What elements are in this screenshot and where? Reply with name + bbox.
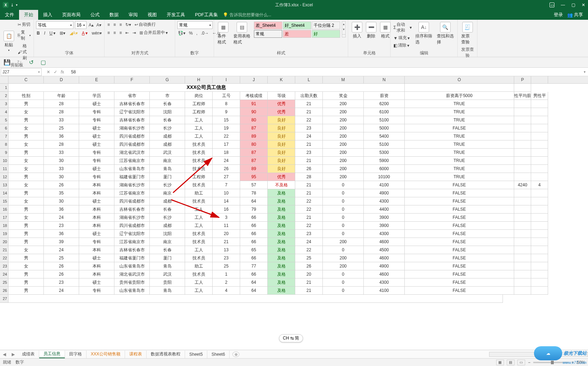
cell[interactable] [531, 262, 548, 270]
ribbon-display-icon[interactable]: ▭ [550, 2, 554, 7]
cell[interactable]: 专科 [79, 287, 114, 295]
cut-button[interactable]: ✂剪切 [17, 21, 31, 28]
tab-view[interactable]: 视图 [143, 10, 162, 20]
cell[interactable]: 4300 [364, 278, 405, 287]
cell[interactable]: FALSE [405, 270, 514, 278]
cell[interactable]: 及格 [268, 222, 295, 230]
cell[interactable]: 长春 [150, 100, 185, 108]
cell[interactable]: 21 [213, 238, 240, 246]
cell[interactable] [514, 270, 531, 278]
cell[interactable]: 200 [323, 262, 364, 270]
cell[interactable] [514, 100, 531, 108]
cell[interactable]: 90 [240, 108, 268, 116]
cell[interactable] [531, 246, 548, 254]
cell[interactable]: 男 [8, 205, 44, 214]
cell[interactable] [531, 116, 548, 124]
row-header[interactable]: 26 [0, 287, 8, 295]
cell[interactable]: 女 [8, 165, 44, 173]
cell[interactable]: FALSE [405, 222, 514, 230]
cell[interactable]: 武汉 [150, 149, 185, 157]
cell[interactable]: TRUE [405, 140, 514, 149]
cell[interactable]: FALSE [405, 278, 514, 287]
row-header[interactable]: 4 [0, 108, 8, 116]
cell[interactable]: FALSE [405, 262, 514, 270]
align-right-icon[interactable]: ≡ [119, 30, 123, 36]
col-header[interactable]: F [114, 76, 150, 83]
cell[interactable]: 女 [8, 108, 44, 116]
tab-review[interactable]: 审阅 [124, 10, 143, 20]
login-button[interactable]: 登录 [554, 12, 563, 18]
cell[interactable]: 学历 [79, 92, 114, 100]
col-header[interactable]: K [268, 76, 295, 83]
cell[interactable]: 21 [295, 214, 323, 222]
cell[interactable]: 辽宁省沈阳市 [114, 230, 150, 238]
cell[interactable]: 良好 [268, 149, 295, 157]
cell[interactable]: 4400 [364, 205, 405, 214]
cell[interactable]: 技术员 [185, 157, 213, 165]
cell[interactable]: 及格 [268, 238, 295, 246]
cell[interactable]: 南京 [150, 157, 185, 165]
cell[interactable]: FALSE [405, 230, 514, 238]
cell[interactable]: 优秀 [268, 108, 295, 116]
cell[interactable]: 25 [44, 124, 79, 132]
cell[interactable]: 吉林省长春市 [114, 116, 150, 124]
cell[interactable]: 及格 [268, 230, 295, 238]
sheet-title[interactable]: XXX公司员工信息 [8, 84, 405, 92]
cell[interactable]: 26 [44, 270, 79, 278]
cell[interactable]: 5100 [364, 140, 405, 149]
paste-button[interactable]: 📋粘贴▾ [2, 30, 16, 53]
fill-color-button[interactable]: ◢A▾ [69, 30, 78, 36]
cell[interactable]: 57 [240, 181, 268, 189]
cell[interactable]: 87 [240, 149, 268, 157]
cell[interactable]: 男性平 [531, 92, 548, 100]
select-all[interactable] [0, 76, 8, 83]
cell[interactable]: 0 [323, 278, 364, 287]
cell[interactable]: 21 [295, 140, 323, 149]
style-good-sheet4[interactable]: 好_Sheet4 [283, 22, 311, 29]
cell[interactable]: TRUE [405, 100, 514, 108]
cell[interactable] [514, 165, 531, 173]
cell[interactable]: 24 [295, 238, 323, 246]
cell[interactable]: 200 [323, 124, 364, 132]
cell[interactable]: 厦门 [150, 254, 185, 262]
cell[interactable]: 沈阳 [150, 108, 185, 116]
autosave-icon[interactable]: ⤓ [11, 3, 14, 7]
cell[interactable]: 贵州省贵阳市 [114, 278, 150, 287]
cell[interactable]: 64 [240, 278, 268, 287]
cell[interactable]: TRUE [405, 108, 514, 116]
cell[interactable] [514, 108, 531, 116]
delete-cells-button[interactable]: ➖删除 [364, 21, 378, 49]
cell[interactable]: 工人 [185, 287, 213, 295]
cell[interactable]: FALSE [405, 238, 514, 246]
tab-data[interactable]: 数据 [105, 10, 124, 20]
col-header[interactable]: E [79, 76, 114, 83]
cell[interactable] [514, 246, 531, 254]
cell[interactable]: 22 [295, 197, 323, 205]
cell[interactable]: 及格 [268, 270, 295, 278]
cond-format-button[interactable]: ▦条件格式 [216, 21, 231, 49]
cell[interactable]: 男 [8, 222, 44, 230]
cell[interactable]: 助工 [185, 189, 213, 197]
cell[interactable] [531, 214, 548, 222]
cell[interactable]: FALSE [405, 254, 514, 262]
cell[interactable]: 女 [8, 124, 44, 132]
cell[interactable]: 吉林省长春市 [114, 205, 150, 214]
cell[interactable]: 26 [213, 165, 240, 173]
cell[interactable]: 工人 [185, 132, 213, 140]
row-header[interactable]: 2 [0, 92, 8, 100]
sheet-tab[interactable]: 课程表 [125, 350, 147, 358]
cell[interactable]: 专科 [79, 149, 114, 157]
cell[interactable]: FALSE [405, 246, 514, 254]
copy-button[interactable]: ⎘复制▾ [17, 29, 31, 42]
cell[interactable]: 27 [213, 173, 240, 181]
cell[interactable]: 14 [213, 197, 240, 205]
cell[interactable]: 26 [295, 165, 323, 173]
cell[interactable]: TRUE [405, 157, 514, 165]
col-header[interactable]: G [150, 76, 185, 83]
cell[interactable]: 95 [240, 173, 268, 181]
sheet-nav-prev[interactable]: ◀ [0, 352, 9, 357]
cell[interactable]: 性别 [8, 92, 44, 100]
comma-icon[interactable]: , [196, 30, 198, 36]
cell[interactable]: 硕士 [79, 230, 114, 238]
cell[interactable]: 19 [213, 124, 240, 132]
